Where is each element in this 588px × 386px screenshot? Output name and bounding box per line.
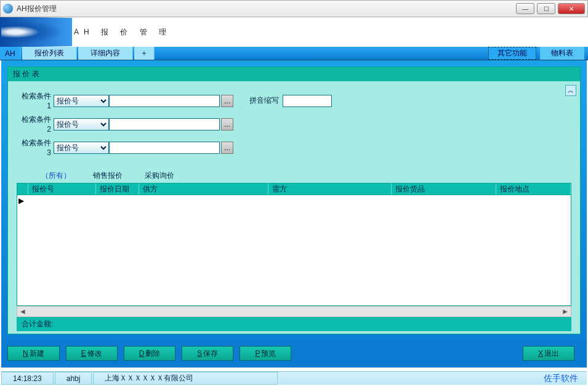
tab-material-list[interactable]: 物料表: [540, 47, 584, 60]
preview-button[interactable]: P 预览: [240, 346, 291, 361]
exit-button[interactable]: X 退出: [523, 346, 574, 361]
search-row-2: 检索条件2 报价号 ...: [17, 113, 571, 135]
search-combo-3[interactable]: 报价号: [54, 142, 109, 154]
row-marker-icon: ▶: [18, 196, 25, 204]
status-company: 上海ＸＸＸＸＸＸ有限公司: [93, 372, 278, 385]
total-bar: 合计金额:: [17, 317, 571, 331]
filter-tabs: （所有） 销售报价 采购询价: [17, 169, 571, 183]
save-button[interactable]: S 保存: [182, 346, 233, 361]
filter-pad: [17, 169, 30, 183]
banner: AH 报 价 管 理: [0, 17, 588, 47]
col-supplier[interactable]: 供方: [139, 183, 268, 195]
total-label: 合计金额:: [22, 320, 53, 328]
tab-other-functions[interactable]: 其它功能: [488, 47, 536, 60]
filter-tab-purchase[interactable]: 采购询价: [134, 169, 185, 183]
search-input-1[interactable]: [109, 95, 220, 107]
search-label-3: 检索条件3: [17, 137, 54, 158]
search-select-3[interactable]: 报价号: [54, 142, 109, 154]
search-label-1: 检索条件1: [17, 90, 54, 111]
quote-panel: 报 价 表 ︽ 检索条件1 报价号 ... 拼音缩写 检索条件2 报价号: [7, 66, 581, 334]
filter-tab-sales[interactable]: 销售报价: [82, 169, 134, 183]
edit-button[interactable]: E 修改: [66, 346, 118, 361]
pinyin-label: 拼音缩写: [249, 95, 279, 106]
window-title: AH报价管理: [17, 4, 516, 14]
grid-body[interactable]: ▶: [17, 195, 571, 306]
search-label-2: 检索条件2: [17, 113, 54, 135]
grid-hscrollbar[interactable]: ◄ ►: [17, 306, 571, 317]
main-tab-bar: AH 报价列表 详细内容 ＋ 其它功能 物料表: [0, 47, 588, 60]
col-location[interactable]: 报价地点: [496, 183, 571, 195]
window-buttons: — ☐ ✕: [516, 3, 585, 14]
status-bar: 14:18:23 ahbj 上海ＸＸＸＸＸＸ有限公司 佐手软件: [1, 371, 587, 385]
tab-quote-list[interactable]: 报价列表: [22, 47, 77, 60]
maximize-button[interactable]: ☐: [537, 3, 555, 14]
status-brand[interactable]: 佐手软件: [535, 372, 587, 385]
search-browse-3[interactable]: ...: [221, 142, 233, 154]
grid-corner: [17, 183, 28, 195]
status-time: 14:18:23: [1, 372, 54, 385]
scroll-right-icon[interactable]: ►: [560, 307, 571, 316]
search-combo-2[interactable]: 报价号: [54, 118, 109, 131]
status-code: ahbj: [55, 372, 92, 385]
search-row-3: 检索条件3 报价号 ...: [17, 137, 571, 158]
pinyin-input[interactable]: [283, 95, 332, 107]
tab-add[interactable]: ＋: [134, 47, 155, 60]
search-combo-1[interactable]: 报价号: [54, 95, 109, 107]
search-input-3[interactable]: [109, 142, 220, 154]
col-goods[interactable]: 报价货品: [392, 183, 496, 195]
close-button[interactable]: ✕: [558, 3, 585, 14]
action-bar: N 新建 E 修改 D 删除 S 保存 P 预览 X 退出: [7, 343, 581, 364]
scroll-left-icon[interactable]: ◄: [17, 307, 28, 316]
app-icon: [3, 4, 13, 14]
search-select-1[interactable]: 报价号: [54, 95, 109, 107]
stage: 报 价 表 ︽ 检索条件1 报价号 ... 拼音缩写 检索条件2 报价号: [1, 60, 587, 368]
banner-decoration: [1, 18, 72, 46]
search-row-1: 检索条件1 报价号 ... 拼音缩写: [17, 90, 571, 111]
new-button[interactable]: N 新建: [7, 346, 60, 361]
panel-body: ︽ 检索条件1 报价号 ... 拼音缩写 检索条件2 报价号: [8, 81, 580, 336]
delete-button[interactable]: D 删除: [124, 346, 176, 361]
collapse-icon[interactable]: ︽: [565, 85, 576, 96]
search-select-2[interactable]: 报价号: [54, 118, 109, 131]
window-titlebar: AH报价管理 — ☐ ✕: [0, 0, 588, 17]
banner-title: AH 报 价 管 理: [74, 27, 171, 38]
search-browse-2[interactable]: ...: [221, 118, 233, 131]
tab-spacer: [156, 47, 488, 60]
grid-header: 报价号 报价日期 供方 需方 报价货品 报价地点: [17, 183, 571, 195]
filter-tab-all[interactable]: （所有）: [30, 169, 82, 183]
search-browse-1[interactable]: ...: [221, 95, 233, 107]
minimize-button[interactable]: —: [516, 3, 534, 14]
panel-title: 报 价 表: [8, 67, 580, 81]
pinyin-area: 拼音缩写: [249, 95, 332, 107]
col-buyer[interactable]: 需方: [268, 183, 392, 195]
col-quote-date[interactable]: 报价日期: [96, 183, 139, 195]
tab-detail[interactable]: 详细内容: [78, 47, 133, 60]
tab-ah[interactable]: AH: [0, 47, 21, 60]
search-input-2[interactable]: [109, 118, 220, 131]
col-quote-no[interactable]: 报价号: [28, 183, 96, 195]
